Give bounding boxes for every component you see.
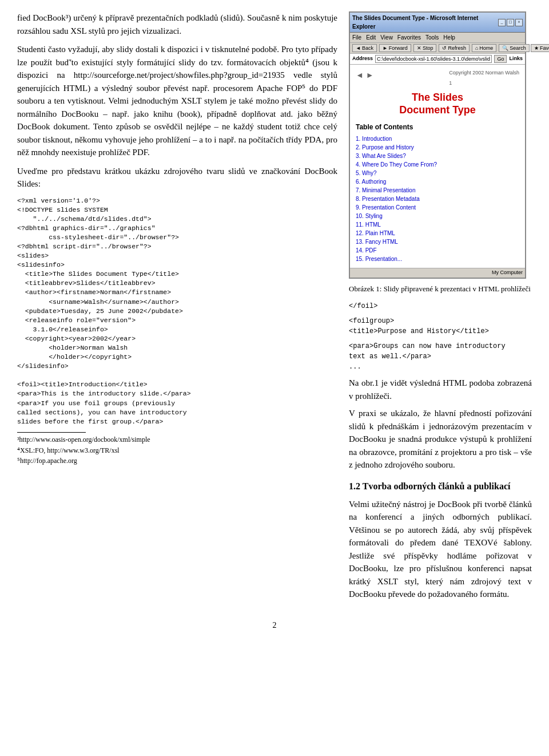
browser-window-buttons[interactable]: _ □ × (498, 19, 523, 26)
prev-arrow[interactable]: ◄ (356, 69, 364, 81)
para-2: Studenti často vyžadují, aby slidy dosta… (17, 43, 337, 159)
para-1: fied DocBook³) určený k přípravě prezent… (17, 11, 337, 37)
para-3: Uveďme pro představu krátkou ukázku zdro… (17, 165, 337, 191)
forward-button[interactable]: ► Forward (379, 44, 411, 52)
footnotes: ³http://www.oasis-open.org/docbook/xml/s… (17, 435, 337, 466)
menu-help[interactable]: Help (443, 33, 455, 42)
toc-item[interactable]: 12. Plain HTML (356, 229, 519, 238)
browser-title-text: The Slides Document Type - Microsoft Int… (352, 14, 498, 31)
toc-link-8[interactable]: 8. Presentation Metadata (356, 196, 420, 202)
toc-link-3[interactable]: 3. What Are Slides? (356, 153, 406, 159)
refresh-button[interactable]: ↺ Refresh (439, 44, 470, 52)
toc-link-9[interactable]: 9. Presentation Content (356, 204, 416, 211)
copyright-pagenum: Copyright 2002 Norman Walsh 1 (449, 69, 519, 87)
toc-item[interactable]: 1. Introduction (356, 134, 519, 143)
toc-item[interactable]: 15. Presentation... (356, 255, 519, 263)
page-number: 1 (449, 80, 519, 88)
right-text-area: Na obr.1 je vidět výsledná HTML podoba z… (349, 377, 532, 472)
toc-link-1[interactable]: 1. Introduction (356, 136, 392, 142)
browser-close-button[interactable]: × (515, 19, 523, 26)
toc-item[interactable]: 4. Where Do They Come From? (356, 160, 519, 169)
content-header-row: ◄ ► Copyright 2002 Norman Walsh 1 (356, 69, 519, 87)
last-para: Velmi užitečný nástroj je DocBook při tv… (349, 498, 532, 601)
docbook-code-sample: <?xml version='1.0'?> <!DOCTYPE slides S… (17, 196, 337, 426)
toc-link-13[interactable]: 13. Fancy HTML (356, 239, 398, 245)
browser-content: ◄ ► Copyright 2002 Norman Walsh 1 The Sl… (350, 65, 525, 268)
footnote-1: ³http://www.oasis-open.org/docbook/xml/s… (17, 435, 337, 445)
nav-arrows: ◄ ► (356, 69, 376, 81)
toc-item[interactable]: 11. HTML (356, 220, 519, 229)
browser-minimize-button[interactable]: _ (498, 19, 506, 26)
para-code: <para>Groups can now have introductory t… (349, 341, 532, 372)
address-input[interactable] (375, 55, 492, 63)
home-button[interactable]: ⌂ Home (472, 44, 496, 52)
menu-tools[interactable]: Tools (425, 33, 439, 42)
toc-item[interactable]: 6. Authoring (356, 177, 519, 186)
toc-item[interactable]: 13. Fancy HTML (356, 238, 519, 246)
menu-edit[interactable]: Edit (366, 33, 376, 42)
back-button[interactable]: ◄ Back (352, 44, 377, 52)
browser-maximize-button[interactable]: □ (507, 19, 514, 26)
browser-toolbar: ◄ Back ► Forward ✕ Stop ↺ Refresh ⌂ Home… (350, 43, 525, 54)
toc-link-15[interactable]: 15. Presentation... (356, 256, 402, 262)
toc-item[interactable]: 2. Purpose and History (356, 143, 519, 152)
status-text: My Computer (492, 269, 523, 277)
right-para-2: V praxi se ukázalo, že hlavní předností … (349, 407, 532, 472)
toc-link-14[interactable]: 14. PDF (356, 247, 377, 254)
toc-item[interactable]: 3. What Are Slides? (356, 152, 519, 160)
address-label: Address (352, 55, 373, 63)
toc-link-10[interactable]: 10. Styling (356, 213, 383, 219)
toc-item[interactable]: 10. Styling (356, 212, 519, 220)
go-button[interactable]: Go (494, 55, 507, 63)
stop-button[interactable]: ✕ Stop (413, 44, 437, 52)
footer-page-number: 2 (273, 621, 277, 630)
browser-statusbar: My Computer (350, 268, 525, 278)
section-1-2-text: Velmi užitečný nástroj je DocBook při tv… (349, 498, 532, 601)
search-button[interactable]: 🔍 Search (499, 44, 530, 52)
toc-link-5[interactable]: 5. Why? (356, 170, 377, 176)
toc-link-7[interactable]: 7. Minimal Presentation (356, 187, 416, 193)
figure-caption: Obrázek 1: Slidy připravené k prezentaci… (349, 283, 532, 295)
toc-item[interactable]: 7. Minimal Presentation (356, 186, 519, 195)
toc-item[interactable]: 8. Presentation Metadata (356, 195, 519, 203)
section-1-2-heading: 1.2 Tvorba odborných článků a publikací (349, 480, 532, 493)
table-of-contents: 1. Introduction 2. Purpose and History 3… (356, 134, 519, 263)
menu-favorites[interactable]: Favorites (397, 33, 421, 42)
toc-link-2[interactable]: 2. Purpose and History (356, 144, 414, 151)
browser-screenshot: The Slides Document Type - Microsoft Int… (349, 11, 526, 279)
toc-item[interactable]: 5. Why? (356, 169, 519, 177)
menu-file[interactable]: File (352, 33, 361, 42)
right-column: The Slides Document Type - Microsoft Int… (349, 11, 532, 605)
toc-item[interactable]: 9. Presentation Content (356, 203, 519, 212)
browser-addressbar: Address Go Links (350, 54, 525, 65)
toc-link-12[interactable]: 12. Plain HTML (356, 230, 395, 236)
menu-view[interactable]: View (380, 33, 393, 42)
foil-close-tag: </foil> (349, 301, 532, 311)
footnote-3: ⁵http://fop.apache.org (17, 456, 337, 466)
toc-link-4[interactable]: 4. Where Do They Come From? (356, 161, 437, 168)
page-footer: 2 (0, 617, 549, 637)
left-column: fied DocBook³) určený k přípravě prezent… (17, 11, 337, 605)
page-container: fied DocBook³) určený k přípravě prezent… (0, 0, 549, 617)
favorites-button[interactable]: ★ Favorites (531, 44, 549, 52)
foilgroup-title-code: <foilgroup> <title>Purpose and History</… (349, 316, 532, 337)
links-label: Links (509, 55, 523, 63)
copyright-text: Copyright 2002 Norman Walsh (449, 69, 519, 77)
toc-link-11[interactable]: 11. HTML (356, 221, 381, 228)
toc-item[interactable]: 14. PDF (356, 246, 519, 255)
browser-menubar: File Edit View Favorites Tools Help (350, 33, 525, 43)
browser-page-title: The Slides Document Type (356, 92, 519, 116)
toc-heading: Table of Contents (356, 122, 519, 132)
browser-search-area: 🔍 Search ★ Favorites ♪ Media (499, 44, 549, 52)
footnote-2: ⁴XSL:FO, http://www.w3.org/TR/xsl (17, 446, 337, 456)
next-arrow[interactable]: ► (366, 69, 374, 81)
right-para-1: Na obr.1 je vidět výsledná HTML podoba z… (349, 377, 532, 402)
browser-titlebar: The Slides Document Type - Microsoft Int… (350, 13, 525, 33)
toc-link-6[interactable]: 6. Authoring (356, 179, 386, 185)
footnote-separator (17, 432, 86, 433)
